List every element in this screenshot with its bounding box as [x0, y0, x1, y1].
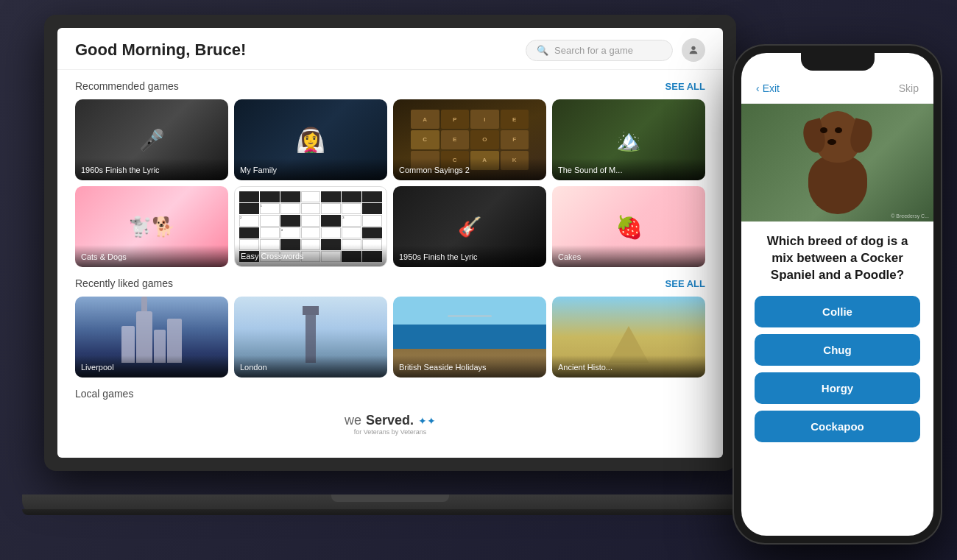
local-section-header: Local games [75, 388, 705, 400]
search-bar[interactable]: 🔍 Search for a game [526, 40, 673, 61]
exit-button[interactable]: ‹ Exit [756, 82, 780, 94]
game-card-beatles[interactable]: 🎸 1950s Finish the Lyric [393, 186, 546, 267]
game-label-ancient: Ancient Histo... [558, 363, 612, 372]
greeting-title: Good Morning, Bruce! [75, 40, 246, 60]
answer-cockapoo[interactable]: Cockapoo [755, 411, 920, 442]
recently-liked-section-header: Recently liked games SEE ALL [75, 277, 705, 289]
game-card-ancient[interactable]: Ancient Histo... [552, 297, 705, 378]
phone-screen: ‹ Exit Skip [741, 53, 933, 536]
laptop-bezel: Good Morning, Bruce! 🔍 Search for a game… [44, 15, 736, 471]
game-card-seaside[interactable]: British Seaside Holidays [393, 297, 546, 378]
skip-button[interactable]: Skip [899, 82, 919, 94]
header-right: 🔍 Search for a game [526, 38, 705, 62]
answer-options: Collie Chug Horgy Cockapoo [755, 296, 920, 442]
laptop-base [22, 495, 758, 515]
game-card-sayings[interactable]: A P I E C E O F C A K [393, 99, 546, 180]
brand-we: we [345, 413, 361, 428]
game-card-liverpool[interactable]: Liverpool [75, 297, 228, 378]
recommended-games-grid: 🎤 1960s Finish the Lyric 👰‍♀️ My Family [75, 99, 705, 267]
brand-dots: ✦✦ [418, 415, 436, 427]
game-label-cats: Cats & Dogs [81, 252, 127, 261]
app-header: Good Morning, Bruce! 🔍 Search for a game [57, 28, 723, 70]
app-content: Recommended games SEE ALL 🎤 1960s Finish… [57, 70, 723, 417]
recommended-section-header: Recommended games SEE ALL [75, 80, 705, 92]
answer-horgy[interactable]: Horgy [755, 372, 920, 404]
recommended-title: Recommended games [75, 80, 179, 92]
game-label-beatles: 1950s Finish the Lyric [399, 252, 478, 261]
game-label-sound: The Sound of M... [558, 166, 622, 174]
search-input-placeholder[interactable]: Search for a game [554, 45, 633, 56]
laptop-device: Good Morning, Bruce! 🔍 Search for a game… [44, 15, 751, 515]
quiz-question: Which breed of dog is a mix between a Co… [755, 233, 920, 284]
svg-point-0 [691, 46, 695, 50]
game-label-crosswords: Easy Crosswords [241, 252, 304, 260]
game-label-family: My Family [240, 166, 277, 174]
see-all-recommended[interactable]: SEE ALL [665, 81, 705, 92]
local-title: Local games [75, 388, 133, 400]
game-label-liverpool: Liverpool [81, 363, 114, 372]
game-card-1960s[interactable]: 🎤 1960s Finish the Lyric [75, 99, 228, 180]
answer-collie[interactable]: Collie [755, 296, 920, 327]
quiz-image: © Breedersy C... [741, 104, 933, 221]
game-card-cats[interactable]: 🐩🐕 Cats & Dogs [75, 186, 228, 267]
brand-tagline: for Veterans by Veterans [345, 428, 436, 436]
game-label-sayings: Common Sayings 2 [399, 166, 470, 174]
phone-device: ‹ Exit Skip [732, 44, 942, 545]
game-label-london: London [240, 363, 267, 372]
brand-served: Served. [366, 413, 414, 428]
exit-label[interactable]: Exit [763, 82, 780, 94]
recently-liked-title: Recently liked games [75, 277, 173, 289]
recently-liked-games-grid: Liverpool London [75, 297, 705, 378]
brand-footer: we Served. ✦✦ for Veterans by Veterans [345, 413, 436, 436]
user-avatar[interactable] [682, 38, 705, 62]
game-card-cakes[interactable]: 🍓 Cakes [552, 186, 705, 267]
search-icon: 🔍 [537, 45, 548, 56]
chevron-left-icon: ‹ [756, 82, 760, 94]
game-card-crosswords[interactable]: 1 23 4 Easy Crosswords [234, 186, 387, 267]
see-all-recently[interactable]: SEE ALL [665, 278, 705, 289]
game-label-1960s: 1960s Finish the Lyric [81, 166, 160, 174]
quiz-question-area: Which breed of dog is a mix between a Co… [741, 221, 933, 536]
game-label-seaside: British Seaside Holidays [399, 363, 487, 372]
game-label-cakes: Cakes [558, 252, 581, 261]
laptop-screen: Good Morning, Bruce! 🔍 Search for a game… [57, 28, 723, 458]
phone-notch [801, 53, 875, 71]
game-card-sound[interactable]: 🏔️ The Sound of M... [552, 99, 705, 180]
game-card-family[interactable]: 👰‍♀️ My Family [234, 99, 387, 180]
game-card-london[interactable]: London [234, 297, 387, 378]
image-credit: © Breedersy C... [891, 213, 929, 219]
answer-chug[interactable]: Chug [755, 334, 920, 366]
